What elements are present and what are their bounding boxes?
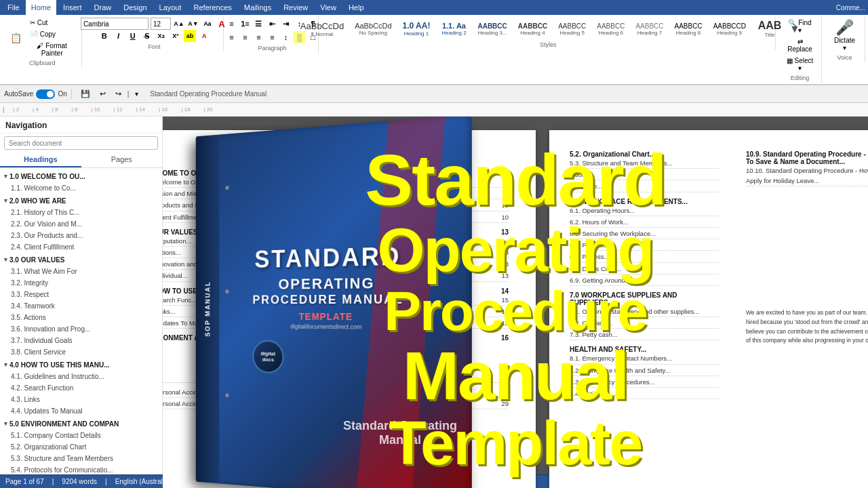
subscript-button[interactable]: X₂ [155,30,167,42]
home-tab[interactable]: Home [26,0,56,15]
nav-item-s5-2[interactable]: 5.2. Organizational Chart [0,441,162,453]
line-spacing-button[interactable]: ↕ [279,31,292,43]
style-h1[interactable]: 1.0 AA! Heading 1 [399,19,435,39]
style-h7[interactable]: AABBCC Heading 7 [631,20,667,38]
style-h5[interactable]: AABBCC Heading 5 [554,20,590,38]
justify-button[interactable]: ≡ [266,31,278,43]
nav-item-s4-3[interactable]: 4.3. Links [0,394,162,405]
customize-toolbar-button[interactable]: ▾ [132,89,142,99]
status-language: English (Australia) [115,478,170,485]
nav-tab-pages[interactable]: Pages [81,152,163,167]
replace-button[interactable]: ⇄ Replace [783,37,817,54]
navigation-pane: Navigation Headings Pages ▾ 1.0 WELCOME … [0,117,163,488]
superscript-button[interactable]: X² [170,30,182,42]
clear-format-button[interactable]: Aa [201,18,214,30]
nav-search-input[interactable] [4,136,158,150]
underline-button[interactable]: U [127,30,139,42]
ruler-20: | 20 [203,106,212,113]
help-tab[interactable]: Help [343,0,370,15]
right-columns: 5.2. Organizational Chart... 5.3. Struct… [570,146,868,400]
nav-item-s3-3[interactable]: 3.3. Respect [0,289,162,300]
right-label-8-1: 8.1. Emergency Contact Numbers... [570,353,719,363]
review-tab[interactable]: Review [278,0,313,15]
nav-item-s5-3[interactable]: 5.3. Structure and Team Members [0,453,162,464]
insert-tab[interactable]: Insert [58,0,87,15]
design-tab[interactable]: Design [118,0,152,15]
strikethrough-button[interactable]: S̶ [141,30,153,42]
font-shrink-button[interactable]: A▼ [187,18,199,30]
style-h8[interactable]: AABBCC Heading 8 [671,20,707,38]
nav-item-s3-8[interactable]: 3.8. Client Service [0,346,162,358]
nav-label-s3-1: 3.1. What We Aim For [11,267,158,276]
ruler: | | 2 | 4 | 6 | 8 | 10 | 12 | 14 | 16 | … [0,103,868,117]
binding-dot-3 [225,393,229,397]
draw-tab[interactable]: Draw [89,0,117,15]
redo-button[interactable]: ↪ [112,88,125,100]
nav-item-s2-2[interactable]: 2.2. Our Vision and M... [0,218,162,230]
nav-item-s5[interactable]: ▾ 5.0 ENVIRONMENT AND COMPAN [0,417,162,430]
nav-item-s3-2[interactable]: 3.2. Integrity [0,277,162,289]
view-tab[interactable]: View [315,0,342,15]
style-h6[interactable]: AABBCC Heading 6 [593,20,629,38]
numbering-button[interactable]: 1≡ [239,18,251,30]
nav-item-s2[interactable]: ▾ 2.0 WHO WE ARE [0,194,162,207]
cut-button[interactable]: ✂ Cut [26,18,77,28]
italic-button[interactable]: I [113,30,125,42]
paste-button[interactable]: 📋 [7,28,25,48]
format-painter-button[interactable]: 🖌 Format Painter [26,41,77,58]
nav-item-s5-1[interactable]: 5.1. Company Contact Details [0,430,162,441]
toc-page-3-5: 13 [495,247,509,258]
select-button[interactable]: ▦ Select ▾ [783,56,817,73]
increase-indent-button[interactable]: ⇥ [279,18,292,30]
align-left-button[interactable]: ≡ [225,31,237,43]
font-name-input[interactable] [81,18,149,30]
nav-item-s3-1[interactable]: 3.1. What We Aim For [0,266,162,277]
font-grow-button[interactable]: A▲ [173,18,185,30]
nav-item-s2-3[interactable]: 2.3. Our Products and... [0,230,162,241]
find-button[interactable]: 🔍 Find ▾ [783,18,817,35]
nav-item-s2-1[interactable]: 2.1. History of This C... [0,207,162,218]
style-h9[interactable]: AABBCCD Heading 9 [709,20,750,38]
bullets-button[interactable]: ≡ [225,18,237,30]
font-size-input[interactable] [151,18,171,30]
references-tab[interactable]: References [189,0,237,15]
nav-item-s1-1[interactable]: 1.1. Welcome to Co... [0,182,162,194]
right-toc-5: 5.2. Organizational Chart... [570,150,719,158]
style-h2[interactable]: 1.1. Aa Heading 2 [437,20,471,38]
align-center-button[interactable]: ≡ [239,31,251,43]
nav-item-s3-7[interactable]: 3.7. Individual Goals [0,335,162,346]
comments-button[interactable]: Comme... [836,4,865,12]
decrease-indent-button[interactable]: ⇤ [266,18,278,30]
style-no-spacing[interactable]: AaBbCcDd No Spacing [351,20,395,38]
nav-item-s4-4[interactable]: 4.4. Updates To Manual [0,405,162,417]
mailings-tab[interactable]: Mailings [239,0,277,15]
bold-button[interactable]: B [98,30,111,42]
nav-item-s3-4[interactable]: 3.4. Teamwork [0,300,162,312]
file-tab[interactable]: File [3,1,24,14]
nav-item-s4-1[interactable]: 4.1. Guidelines and Instructio... [0,371,162,382]
autosave-toggle[interactable] [36,89,55,99]
dictate-button[interactable]: Dictate ▾ [831,37,857,52]
nav-tab-headings[interactable]: Headings [0,152,81,167]
nav-item-s4[interactable]: ▾ 4.0 HOW TO USE THIS MANU... [0,358,162,371]
right-row-7-3: 7.3. Petty cash... [570,329,719,340]
nav-item-s4-2[interactable]: 4.2. Search Function [0,382,162,394]
style-normal[interactable]: AaBbCcDd ¶ Normal [296,19,348,39]
right-toc-workplace: 6.0 WORKPLACE REQUIREMENTS... [570,198,719,205]
highlight-button[interactable]: ab [184,30,197,42]
copy-button[interactable]: 📄 Copy [26,29,77,39]
nav-item-s3[interactable]: ▾ 3.0 OUR VALUES [0,253,162,266]
nav-item-s3-5[interactable]: 3.5. Actions [0,312,162,323]
multilevel-button[interactable]: ☰ [252,18,264,30]
style-h3[interactable]: AABBCC Heading 3... [473,20,511,38]
align-right-button[interactable]: ≡ [252,31,264,43]
font-color2-button[interactable]: A [198,30,210,42]
nav-item-s1[interactable]: ▾ 1.0 WELCOME TO OU... [0,169,162,182]
nav-item-s3-6[interactable]: 3.6. Innovation and Prog... [0,323,162,335]
style-h4[interactable]: AABBCC Heading 4 [514,20,551,38]
book-overlay-subtitle: Standard OperatingManual [305,419,495,447]
undo-button[interactable]: ↩ [96,88,109,100]
save-button[interactable]: 💾 [77,88,94,100]
layout-tab[interactable]: Layout [154,0,187,15]
nav-item-s2-4[interactable]: 2.4. Client Fulfillment [0,241,162,253]
